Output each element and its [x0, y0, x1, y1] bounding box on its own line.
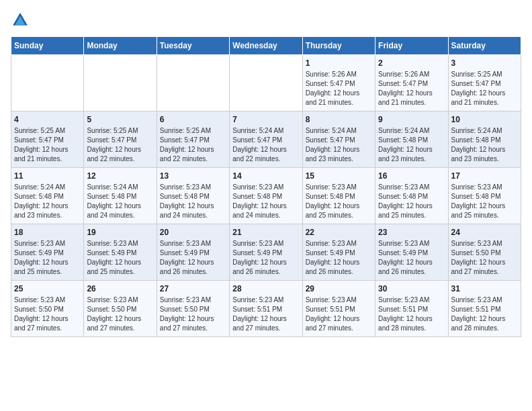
calendar-cell: 19Sunrise: 5:23 AM Sunset: 5:49 PM Dayli… [84, 224, 157, 281]
day-number: 23 [378, 228, 445, 237]
calendar-cell: 2Sunrise: 5:26 AM Sunset: 5:47 PM Daylig… [375, 55, 448, 111]
day-number: 22 [306, 228, 372, 237]
day-info: Sunrise: 5:24 AM Sunset: 5:48 PM Dayligh… [14, 183, 81, 220]
day-info: Sunrise: 5:24 AM Sunset: 5:48 PM Dayligh… [451, 126, 518, 164]
calendar-cell [84, 55, 157, 111]
calendar-cell: 21Sunrise: 5:23 AM Sunset: 5:49 PM Dayli… [230, 224, 302, 281]
day-info: Sunrise: 5:23 AM Sunset: 5:49 PM Dayligh… [232, 239, 299, 277]
calendar-cell: 26Sunrise: 5:23 AM Sunset: 5:50 PM Dayli… [84, 281, 157, 337]
day-number: 1 [306, 58, 372, 68]
day-number: 18 [14, 228, 81, 237]
day-number: 4 [14, 115, 81, 124]
day-info: Sunrise: 5:26 AM Sunset: 5:47 PM Dayligh… [306, 70, 372, 107]
day-info: Sunrise: 5:23 AM Sunset: 5:49 PM Dayligh… [160, 239, 226, 277]
logo-icon [11, 11, 30, 30]
day-number: 12 [87, 171, 153, 181]
calendar-cell: 5Sunrise: 5:25 AM Sunset: 5:47 PM Daylig… [84, 111, 157, 168]
day-info: Sunrise: 5:23 AM Sunset: 5:48 PM Dayligh… [378, 183, 445, 220]
calendar-cell: 16Sunrise: 5:23 AM Sunset: 5:48 PM Dayli… [375, 168, 448, 224]
day-number: 25 [14, 284, 81, 293]
day-number: 10 [451, 115, 518, 124]
day-number: 27 [160, 284, 226, 293]
calendar-cell: 20Sunrise: 5:23 AM Sunset: 5:49 PM Dayli… [157, 224, 229, 281]
calendar-cell: 23Sunrise: 5:23 AM Sunset: 5:49 PM Dayli… [375, 224, 448, 281]
day-info: Sunrise: 5:24 AM Sunset: 5:48 PM Dayligh… [378, 126, 445, 164]
day-info: Sunrise: 5:23 AM Sunset: 5:49 PM Dayligh… [87, 239, 153, 277]
day-info: Sunrise: 5:24 AM Sunset: 5:47 PM Dayligh… [306, 126, 372, 164]
logo [11, 11, 32, 30]
day-number: 2 [378, 58, 445, 68]
calendar-cell: 29Sunrise: 5:23 AM Sunset: 5:51 PM Dayli… [302, 281, 375, 337]
calendar-cell [157, 55, 229, 111]
week-row-2: 4Sunrise: 5:25 AM Sunset: 5:47 PM Daylig… [11, 111, 521, 168]
calendar-cell: 10Sunrise: 5:24 AM Sunset: 5:48 PM Dayli… [448, 111, 521, 168]
day-header-tuesday: Tuesday [157, 37, 229, 55]
day-number: 28 [232, 284, 299, 293]
calendar-cell: 11Sunrise: 5:24 AM Sunset: 5:48 PM Dayli… [11, 168, 84, 224]
calendar-cell: 28Sunrise: 5:23 AM Sunset: 5:51 PM Dayli… [230, 281, 302, 337]
calendar-cell: 17Sunrise: 5:23 AM Sunset: 5:48 PM Dayli… [448, 168, 521, 224]
day-info: Sunrise: 5:23 AM Sunset: 5:49 PM Dayligh… [378, 239, 445, 277]
day-number: 9 [378, 115, 445, 124]
day-info: Sunrise: 5:23 AM Sunset: 5:49 PM Dayligh… [14, 239, 81, 277]
day-info: Sunrise: 5:23 AM Sunset: 5:50 PM Dayligh… [87, 295, 153, 333]
calendar-cell: 3Sunrise: 5:25 AM Sunset: 5:47 PM Daylig… [448, 55, 521, 111]
calendar-table: SundayMondayTuesdayWednesdayThursdayFrid… [11, 36, 521, 337]
day-number: 6 [160, 115, 226, 124]
day-number: 29 [306, 284, 372, 293]
day-info: Sunrise: 5:23 AM Sunset: 5:49 PM Dayligh… [306, 239, 372, 277]
day-info: Sunrise: 5:23 AM Sunset: 5:51 PM Dayligh… [306, 295, 372, 333]
calendar-cell: 1Sunrise: 5:26 AM Sunset: 5:47 PM Daylig… [302, 55, 375, 111]
day-header-sunday: Sunday [11, 37, 84, 55]
calendar-cell: 8Sunrise: 5:24 AM Sunset: 5:47 PM Daylig… [302, 111, 375, 168]
calendar-cell: 30Sunrise: 5:23 AM Sunset: 5:51 PM Dayli… [375, 281, 448, 337]
calendar-cell: 25Sunrise: 5:23 AM Sunset: 5:50 PM Dayli… [11, 281, 84, 337]
day-info: Sunrise: 5:24 AM Sunset: 5:47 PM Dayligh… [232, 126, 299, 164]
day-header-friday: Friday [375, 37, 448, 55]
day-info: Sunrise: 5:23 AM Sunset: 5:48 PM Dayligh… [451, 183, 518, 220]
day-number: 30 [378, 284, 445, 293]
day-info: Sunrise: 5:25 AM Sunset: 5:47 PM Dayligh… [451, 70, 518, 107]
calendar-header-row: SundayMondayTuesdayWednesdayThursdayFrid… [11, 37, 521, 55]
day-number: 26 [87, 284, 153, 293]
day-number: 3 [451, 58, 518, 68]
day-number: 8 [306, 115, 372, 124]
day-info: Sunrise: 5:25 AM Sunset: 5:47 PM Dayligh… [87, 126, 153, 164]
day-number: 11 [14, 171, 81, 181]
day-number: 15 [306, 171, 372, 181]
calendar-cell: 31Sunrise: 5:23 AM Sunset: 5:51 PM Dayli… [448, 281, 521, 337]
day-header-wednesday: Wednesday [230, 37, 302, 55]
calendar-cell [11, 55, 84, 111]
day-info: Sunrise: 5:23 AM Sunset: 5:50 PM Dayligh… [14, 295, 81, 333]
calendar-cell: 12Sunrise: 5:24 AM Sunset: 5:48 PM Dayli… [84, 168, 157, 224]
day-number: 19 [87, 228, 153, 237]
day-info: Sunrise: 5:23 AM Sunset: 5:50 PM Dayligh… [451, 239, 518, 277]
day-header-thursday: Thursday [302, 37, 375, 55]
calendar-cell: 13Sunrise: 5:23 AM Sunset: 5:48 PM Dayli… [157, 168, 229, 224]
day-number: 21 [232, 228, 299, 237]
day-info: Sunrise: 5:23 AM Sunset: 5:48 PM Dayligh… [306, 183, 372, 220]
day-info: Sunrise: 5:23 AM Sunset: 5:50 PM Dayligh… [160, 295, 226, 333]
page-header [11, 11, 521, 30]
week-row-4: 18Sunrise: 5:23 AM Sunset: 5:49 PM Dayli… [11, 224, 521, 281]
calendar-cell: 9Sunrise: 5:24 AM Sunset: 5:48 PM Daylig… [375, 111, 448, 168]
day-info: Sunrise: 5:23 AM Sunset: 5:51 PM Dayligh… [232, 295, 299, 333]
calendar-cell: 4Sunrise: 5:25 AM Sunset: 5:47 PM Daylig… [11, 111, 84, 168]
day-info: Sunrise: 5:23 AM Sunset: 5:48 PM Dayligh… [160, 183, 226, 220]
calendar-cell: 18Sunrise: 5:23 AM Sunset: 5:49 PM Dayli… [11, 224, 84, 281]
day-info: Sunrise: 5:23 AM Sunset: 5:51 PM Dayligh… [451, 295, 518, 333]
day-number: 5 [87, 115, 153, 124]
calendar-cell: 27Sunrise: 5:23 AM Sunset: 5:50 PM Dayli… [157, 281, 229, 337]
day-number: 17 [451, 171, 518, 181]
day-info: Sunrise: 5:25 AM Sunset: 5:47 PM Dayligh… [14, 126, 81, 164]
day-number: 16 [378, 171, 445, 181]
day-header-saturday: Saturday [448, 37, 521, 55]
day-info: Sunrise: 5:25 AM Sunset: 5:47 PM Dayligh… [160, 126, 226, 164]
day-number: 7 [232, 115, 299, 124]
calendar-cell: 7Sunrise: 5:24 AM Sunset: 5:47 PM Daylig… [230, 111, 302, 168]
calendar-cell: 14Sunrise: 5:23 AM Sunset: 5:48 PM Dayli… [230, 168, 302, 224]
calendar-cell: 22Sunrise: 5:23 AM Sunset: 5:49 PM Dayli… [302, 224, 375, 281]
calendar-cell: 15Sunrise: 5:23 AM Sunset: 5:48 PM Dayli… [302, 168, 375, 224]
week-row-1: 1Sunrise: 5:26 AM Sunset: 5:47 PM Daylig… [11, 55, 521, 111]
week-row-3: 11Sunrise: 5:24 AM Sunset: 5:48 PM Dayli… [11, 168, 521, 224]
